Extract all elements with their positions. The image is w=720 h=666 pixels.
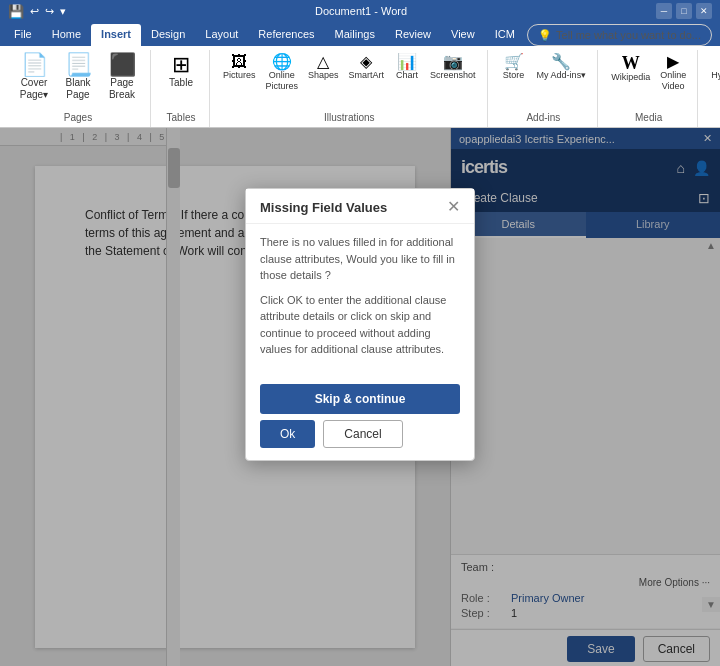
redo-icon[interactable]: ↪: [45, 5, 54, 18]
wikipedia-label: Wikipedia: [611, 72, 650, 83]
pictures-button[interactable]: 🖼 Pictures: [220, 52, 259, 83]
tab-references[interactable]: References: [248, 24, 324, 46]
pages-group-label: Pages: [64, 112, 92, 125]
hyperlink-label: Hyperlink: [711, 70, 720, 81]
chart-icon: 📊: [397, 54, 417, 70]
online-pictures-icon: 🌐: [272, 54, 292, 70]
pictures-label: Pictures: [223, 70, 256, 81]
page-break-button[interactable]: ⬛ PageBreak: [102, 52, 142, 103]
tell-me-bar[interactable]: 💡 Tell me what you want to do...: [527, 24, 712, 46]
hyperlink-button[interactable]: 🔗 Hyperlink: [708, 52, 720, 83]
table-button[interactable]: ⊞ Table: [161, 52, 201, 91]
title-bar: 💾 ↩ ↪ ▾ Document1 - Word ─ □ ✕: [0, 0, 720, 22]
modal-cancel-button[interactable]: Cancel: [323, 420, 402, 448]
tab-icm[interactable]: ICM: [485, 24, 525, 46]
main-area: | 1 | 2 | 3 | 4 | 5 Conflict of Terms. I…: [0, 128, 720, 666]
ok-button[interactable]: Ok: [260, 420, 315, 448]
store-label: Store: [503, 70, 525, 81]
modal-body-line2: Click OK to enter the additional clause …: [260, 292, 460, 358]
document-title: Document1 - Word: [315, 5, 407, 17]
chart-label: Chart: [396, 70, 418, 81]
modal-body-line1: There is no values filled in for additio…: [260, 234, 460, 284]
smartart-icon: ◈: [360, 54, 372, 70]
blank-page-button[interactable]: 📃 BlankPage: [58, 52, 98, 103]
screenshot-icon: 📷: [443, 54, 463, 70]
screenshot-button[interactable]: 📷 Screenshot: [427, 52, 479, 83]
skip-continue-button[interactable]: Skip & continue: [260, 384, 460, 414]
media-group-label: Media: [635, 112, 662, 125]
tab-file[interactable]: File: [4, 24, 42, 46]
wikipedia-icon: W: [622, 54, 640, 72]
illustrations-items: 🖼 Pictures 🌐 OnlinePictures △ Shapes ◈ S…: [220, 52, 479, 112]
store-button[interactable]: 🛒 Store: [498, 52, 530, 83]
modal-title: Missing Field Values: [260, 200, 387, 215]
pages-items: 📄 CoverPage▾ 📃 BlankPage ⬛ PageBreak: [14, 52, 142, 112]
tab-insert[interactable]: Insert: [91, 24, 141, 46]
tell-me-text: Tell me what you want to do...: [556, 29, 701, 41]
group-links: 🔗 Hyperlink 🔖 Bookmark ↗ Cross-reference…: [700, 50, 720, 127]
table-icon: ⊞: [172, 54, 190, 76]
tab-home[interactable]: Home: [42, 24, 91, 46]
wikipedia-button[interactable]: W Wikipedia: [608, 52, 653, 85]
minimize-button[interactable]: ─: [656, 3, 672, 19]
tab-mailings[interactable]: Mailings: [325, 24, 385, 46]
group-media: W Wikipedia ▶ OnlineVideo Media: [600, 50, 698, 127]
modal-body: There is no values filled in for additio…: [246, 224, 474, 376]
modal-header: Missing Field Values ✕: [246, 189, 474, 224]
chart-button[interactable]: 📊 Chart: [391, 52, 423, 83]
tab-review[interactable]: Review: [385, 24, 441, 46]
online-pictures-button[interactable]: 🌐 OnlinePictures: [263, 52, 302, 94]
blank-page-label: BlankPage: [65, 77, 90, 101]
page-break-icon: ⬛: [109, 54, 136, 76]
undo-icon[interactable]: ↩: [30, 5, 39, 18]
title-controls: ─ □ ✕: [656, 3, 712, 19]
my-addins-icon: 🔧: [551, 54, 571, 70]
shapes-button[interactable]: △ Shapes: [305, 52, 342, 83]
store-icon: 🛒: [504, 54, 524, 70]
screenshot-label: Screenshot: [430, 70, 476, 81]
shapes-label: Shapes: [308, 70, 339, 81]
smartart-button[interactable]: ◈ SmartArt: [346, 52, 388, 83]
tab-view[interactable]: View: [441, 24, 485, 46]
tab-layout[interactable]: Layout: [195, 24, 248, 46]
group-illustrations: 🖼 Pictures 🌐 OnlinePictures △ Shapes ◈ S…: [212, 50, 488, 127]
online-video-button[interactable]: ▶ OnlineVideo: [657, 52, 689, 94]
tab-design[interactable]: Design: [141, 24, 195, 46]
modal-close-icon[interactable]: ✕: [447, 199, 460, 215]
online-video-label: OnlineVideo: [660, 70, 686, 92]
restore-button[interactable]: □: [676, 3, 692, 19]
more-commands-icon[interactable]: ▾: [60, 5, 66, 18]
smartart-label: SmartArt: [349, 70, 385, 81]
online-pictures-label: OnlinePictures: [266, 70, 299, 92]
lightbulb-icon: 💡: [538, 29, 552, 42]
ribbon-content: 📄 CoverPage▾ 📃 BlankPage ⬛ PageBreak Pag…: [0, 46, 720, 128]
online-video-icon: ▶: [667, 54, 679, 70]
blank-page-icon: 📃: [65, 54, 92, 76]
my-addins-label: My Add-ins▾: [537, 70, 587, 81]
group-pages: 📄 CoverPage▾ 📃 BlankPage ⬛ PageBreak Pag…: [6, 50, 151, 127]
modal-btn-row: Ok Cancel: [260, 420, 460, 448]
illustrations-group-label: Illustrations: [324, 112, 375, 125]
tables-items: ⊞ Table: [161, 52, 201, 112]
cover-page-label: CoverPage▾: [20, 77, 48, 101]
group-tables: ⊞ Table Tables: [153, 50, 210, 127]
cover-page-button[interactable]: 📄 CoverPage▾: [14, 52, 54, 103]
tables-group-label: Tables: [167, 112, 196, 125]
ribbon-tabs: File Home Insert Design Layout Reference…: [0, 22, 720, 46]
group-addins: 🛒 Store 🔧 My Add-ins▾ Add-ins: [490, 50, 599, 127]
modal-overlay: Missing Field Values ✕ There is no value…: [0, 128, 720, 666]
ribbon: File Home Insert Design Layout Reference…: [0, 22, 720, 128]
links-items: 🔗 Hyperlink 🔖 Bookmark ↗ Cross-reference: [708, 52, 720, 112]
my-addins-button[interactable]: 🔧 My Add-ins▾: [534, 52, 590, 83]
word-icon: 💾: [8, 4, 24, 19]
close-button[interactable]: ✕: [696, 3, 712, 19]
modal-footer: Skip & continue Ok Cancel: [246, 376, 474, 460]
addins-items: 🛒 Store 🔧 My Add-ins▾: [498, 52, 590, 112]
addins-group-label: Add-ins: [526, 112, 560, 125]
cover-page-icon: 📄: [21, 54, 48, 76]
shapes-icon: △: [317, 54, 329, 70]
title-bar-left: 💾 ↩ ↪ ▾: [8, 4, 66, 19]
pictures-icon: 🖼: [231, 54, 247, 70]
media-items: W Wikipedia ▶ OnlineVideo: [608, 52, 689, 112]
missing-field-modal: Missing Field Values ✕ There is no value…: [245, 188, 475, 461]
